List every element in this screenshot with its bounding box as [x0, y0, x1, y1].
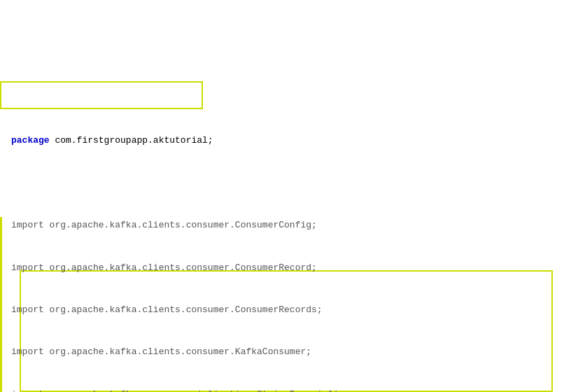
- line-import-3: import org.apache.kafka.clients.consumer…: [11, 303, 553, 317]
- slf4j-highlight-box: [0, 81, 203, 109]
- left-bar: [0, 217, 2, 392]
- line-import-2: import org.apache.kafka.clients.consumer…: [11, 261, 553, 275]
- line-package: package com.firstgroupapp.aktutorial;: [11, 134, 553, 148]
- line-import-5: import org.apache.kafka.common.serializa…: [11, 388, 553, 392]
- code-editor: package com.firstgroupapp.aktutorial; im…: [0, 0, 564, 392]
- properties-highlight-box: [20, 270, 553, 392]
- line-import-4: import org.apache.kafka.clients.consumer…: [11, 345, 553, 359]
- line-blank-1: [11, 176, 553, 190]
- line-import-1: import org.apache.kafka.clients.consumer…: [11, 218, 553, 232]
